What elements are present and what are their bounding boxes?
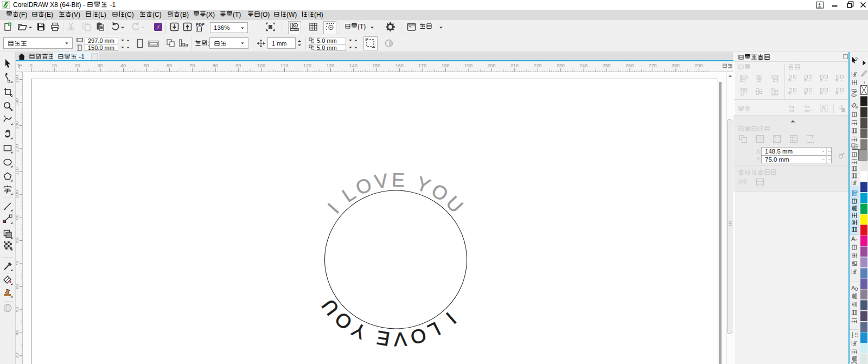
svg-text:130: 130	[326, 63, 334, 68]
svg-text:60: 60	[167, 63, 172, 68]
svg-text:70: 70	[189, 63, 195, 68]
svg-text:200: 200	[487, 63, 495, 68]
svg-text:180: 180	[441, 63, 449, 68]
svg-text:280: 280	[672, 63, 680, 68]
svg-text:220: 220	[533, 63, 541, 68]
svg-text:170: 170	[418, 63, 426, 68]
svg-text:A: A	[821, 105, 826, 112]
svg-text:bb: bb	[805, 108, 809, 113]
svg-text:0: 0	[30, 63, 33, 68]
svg-text:160: 160	[395, 63, 404, 68]
svg-text:40: 40	[16, 330, 20, 335]
svg-text:90: 90	[235, 63, 241, 68]
svg-text:120: 120	[303, 63, 311, 68]
svg-text:60: 60	[16, 284, 20, 289]
svg-text:150: 150	[372, 63, 380, 68]
svg-text:270: 270	[648, 63, 656, 68]
svg-text:140: 140	[349, 63, 358, 68]
svg-text:90: 90	[16, 215, 20, 220]
svg-text:30: 30	[98, 63, 103, 68]
svg-text:100: 100	[257, 63, 265, 68]
svg-text:A: A	[851, 285, 856, 291]
svg-text:30: 30	[16, 353, 20, 358]
svg-text:130: 130	[16, 121, 20, 129]
svg-text:50: 50	[143, 63, 149, 68]
svg-text:290: 290	[694, 63, 703, 68]
svg-text:70: 70	[16, 260, 20, 266]
svg-text:110: 110	[16, 168, 20, 175]
svg-text:20: 20	[74, 63, 80, 68]
svg-text:Bb: Bb	[789, 108, 794, 113]
svg-text:80: 80	[213, 63, 218, 68]
svg-text:240: 240	[579, 63, 588, 68]
svg-text:?: ?	[855, 56, 858, 62]
svg-text:120: 120	[16, 144, 20, 152]
svg-text:A: A	[851, 235, 856, 242]
svg-text:140: 140	[16, 98, 20, 106]
svg-text:100: 100	[16, 190, 20, 199]
svg-text:260: 260	[626, 63, 634, 68]
svg-text:80: 80	[16, 238, 20, 243]
svg-text:230: 230	[557, 63, 565, 68]
svg-text:50: 50	[16, 306, 20, 312]
svg-text:190: 190	[464, 63, 473, 68]
svg-text:40: 40	[120, 63, 126, 68]
svg-text:250: 250	[602, 63, 610, 68]
svg-text:110: 110	[280, 63, 288, 68]
svg-text:10: 10	[52, 63, 57, 68]
svg-text:210: 210	[510, 63, 519, 68]
svg-text:150: 150	[16, 75, 20, 83]
